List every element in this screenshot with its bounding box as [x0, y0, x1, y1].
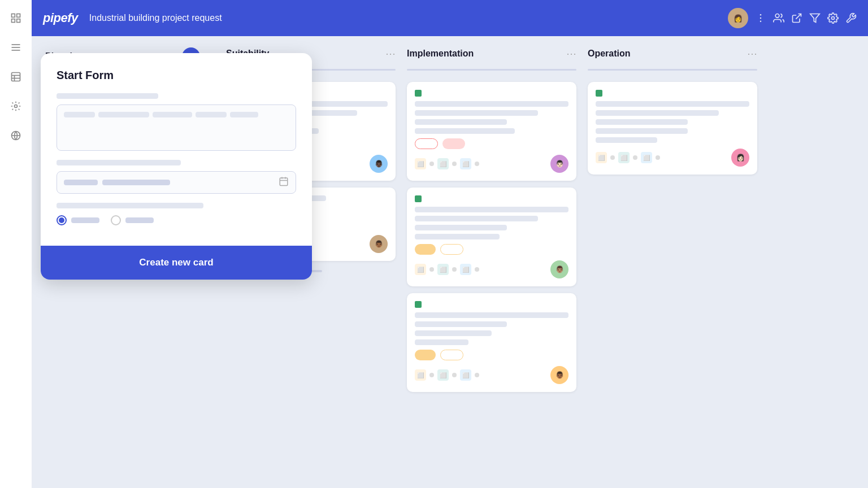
- create-card-button[interactable]: Create new card: [41, 246, 312, 280]
- card-tags: [596, 90, 749, 97]
- card-icon: ⬜: [437, 369, 449, 381]
- card-icon: ⬜: [415, 369, 426, 381]
- automation-icon[interactable]: [7, 97, 25, 115]
- svg-point-14: [760, 18, 762, 19]
- card-line: [596, 110, 719, 116]
- card-badges: [415, 138, 568, 149]
- column-operation-header: Operation ⋯: [588, 47, 757, 60]
- form-date-input[interactable]: [57, 171, 296, 194]
- header-left: pipefy Industrial building project reque…: [43, 11, 222, 25]
- radio-option-2[interactable]: [111, 215, 154, 225]
- share-header-icon[interactable]: [791, 12, 802, 24]
- card-badge: [415, 138, 438, 149]
- card-assignee-avatar: 👩🏻: [731, 149, 749, 167]
- more-options-icon[interactable]: [755, 12, 766, 24]
- card-dot: [452, 373, 457, 377]
- card-icon: ⬜: [460, 264, 471, 275]
- card-dot: [429, 267, 434, 272]
- column-implementation-more-icon[interactable]: ⋯: [566, 47, 576, 60]
- implementation-card-3[interactable]: ⬜ ⬜ ⬜ 👨🏾: [407, 293, 576, 392]
- implementation-card-1[interactable]: ⬜ ⬜ ⬜ 👨🏻: [407, 82, 576, 181]
- svg-marker-17: [810, 14, 820, 23]
- card-dot: [429, 162, 434, 166]
- column-operation-more-icon[interactable]: ⋯: [747, 47, 757, 60]
- card-badge: [440, 350, 463, 360]
- header-right: 👩: [728, 8, 857, 28]
- svg-point-15: [760, 21, 762, 23]
- date-text: [102, 180, 170, 185]
- card-footer: ⬜ ⬜ ⬜ 👨🏻: [415, 155, 568, 173]
- wrench-header-icon[interactable]: [845, 12, 857, 24]
- card-line: [415, 207, 568, 212]
- card-tags: [415, 90, 568, 97]
- column-operation: Operation ⋯ ⬜: [588, 47, 757, 477]
- card-assignee-avatar: 👨🏾: [370, 235, 388, 253]
- date-skeleton: [64, 180, 170, 185]
- form-field-3: [57, 203, 296, 225]
- card-line: [415, 321, 507, 327]
- radio-option-1[interactable]: [57, 215, 99, 225]
- form-textarea-container[interactable]: [57, 104, 296, 151]
- card-dot: [656, 155, 660, 160]
- card-line: [415, 225, 507, 230]
- radio-button-1[interactable]: [57, 215, 67, 225]
- start-form-modal: Start Form: [41, 53, 312, 280]
- card-line: [415, 216, 538, 221]
- grid-icon[interactable]: [7, 9, 25, 27]
- settings-header-icon[interactable]: [827, 12, 839, 24]
- column-implementation: Implementation ⋯: [407, 47, 576, 477]
- radio-label-1: [71, 217, 99, 223]
- card-icon: ⬜: [415, 158, 426, 169]
- card-tags: [415, 301, 568, 308]
- card-footer: ⬜ ⬜ ⬜ 👩🏻: [596, 149, 749, 167]
- sidebar: [0, 0, 32, 488]
- filter-header-icon[interactable]: [809, 12, 821, 24]
- card-footer: ⬜ ⬜ ⬜ 👨🏽: [415, 260, 568, 278]
- card-dot: [475, 267, 479, 272]
- column-suitability-more-icon[interactable]: ⋯: [385, 47, 396, 60]
- card-icons: ⬜ ⬜ ⬜: [596, 152, 660, 163]
- table-icon[interactable]: [7, 68, 25, 86]
- radio-button-2[interactable]: [111, 215, 121, 225]
- app-logo: pipefy: [43, 11, 78, 25]
- globe-icon[interactable]: [7, 127, 25, 145]
- card-badge: [442, 138, 465, 149]
- svg-rect-3: [17, 19, 20, 23]
- svg-rect-1: [17, 14, 20, 18]
- card-icon: ⬜: [437, 264, 449, 275]
- card-badges: [415, 244, 568, 255]
- board-area: Planning + ⋯ ⬜: [32, 36, 868, 488]
- tag-green: [415, 195, 422, 202]
- implementation-card-2[interactable]: ⬜ ⬜ ⬜ 👨🏽: [407, 188, 576, 286]
- svg-point-18: [832, 17, 835, 20]
- radio-label-2: [125, 217, 154, 223]
- card-assignee-avatar: 👨🏽: [550, 260, 568, 278]
- operation-card-1[interactable]: ⬜ ⬜ ⬜ 👩🏻: [588, 82, 757, 175]
- card-icon: ⬜: [596, 152, 607, 163]
- card-line: [415, 234, 500, 239]
- card-line: [415, 312, 568, 318]
- svg-rect-7: [12, 73, 20, 81]
- svg-rect-2: [12, 19, 15, 23]
- form-field-2: [57, 160, 296, 194]
- list-icon[interactable]: [7, 38, 25, 56]
- form-field-1: [57, 93, 296, 151]
- svg-point-13: [760, 14, 762, 16]
- card-icons: ⬜ ⬜ ⬜: [415, 264, 479, 275]
- card-line: [415, 339, 468, 345]
- main-content: pipefy Industrial building project reque…: [32, 0, 868, 488]
- svg-rect-19: [280, 178, 288, 186]
- users-header-icon[interactable]: [773, 12, 784, 24]
- column-implementation-title: Implementation: [407, 49, 562, 59]
- form-body: Start Form: [41, 53, 312, 246]
- form-label-2: [57, 160, 181, 165]
- card-dot: [610, 155, 615, 160]
- card-footer: ⬜ ⬜ ⬜ 👨🏾: [415, 366, 568, 384]
- card-icon: ⬜: [460, 158, 471, 169]
- user-avatar[interactable]: 👩: [728, 8, 748, 28]
- header: pipefy Industrial building project reque…: [32, 0, 868, 36]
- card-badge: [415, 350, 436, 360]
- card-line: [596, 128, 688, 134]
- card-dot: [633, 155, 637, 160]
- card-badge: [440, 244, 463, 255]
